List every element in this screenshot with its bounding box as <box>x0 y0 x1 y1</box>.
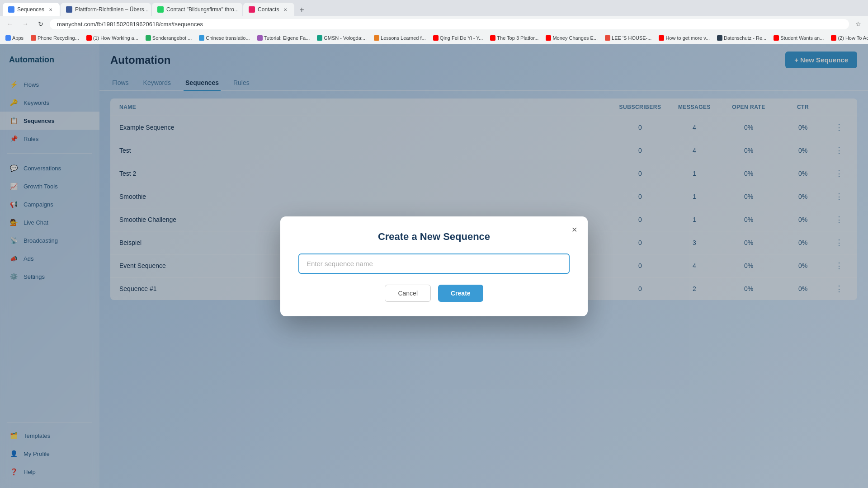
back-button[interactable]: ← <box>4 18 16 30</box>
bookmark-chinese[interactable]: Chinese translatio... <box>197 34 251 42</box>
bookmark-lee[interactable]: LEE 'S HOUSE-... <box>603 34 653 42</box>
bookmark-chinese-label: Chinese translatio... <box>206 35 250 41</box>
tab-close-contacts[interactable]: ✕ <box>282 6 289 13</box>
bookmark-lessons[interactable]: Lessons Learned f... <box>372 34 428 42</box>
contacts-favicon <box>249 6 255 13</box>
bookmark-lessons-label: Lessons Learned f... <box>381 35 426 41</box>
bookmark-tutorial-label: Tutorial: Eigene Fa... <box>264 35 310 41</box>
tab-label-contacts: Contacts <box>258 6 279 13</box>
tutorial-favicon <box>257 35 263 41</box>
bookmark-button[interactable]: ☆ <box>852 18 864 30</box>
tab-label-contact: Contact "Bildungsfirma" thro... <box>166 6 239 13</box>
tab-sequences[interactable]: Sequences ✕ <box>3 3 60 16</box>
datenschutz-favicon <box>717 35 722 41</box>
modal-close-button[interactable]: ✕ <box>568 224 580 236</box>
bookmark-tutorial[interactable]: Tutorial: Eigene Fa... <box>255 34 312 42</box>
nav-bar: ← → ↻ manychat.com/fb/19815020819620618/… <box>0 16 868 32</box>
bookmark-how-more[interactable]: How to get more v... <box>657 34 712 42</box>
student-favicon <box>774 35 779 41</box>
tab-contact[interactable]: Contact "Bildungsfirma" thro... ✕ <box>152 3 242 16</box>
bookmark-sonder-label: Sonderangebot:... <box>152 35 192 41</box>
modal-actions: Cancel Create <box>298 285 570 302</box>
create-button[interactable]: Create <box>438 285 483 302</box>
app-container: Automation ⚡ Flows 🔑 Keywords 📋 Sequence… <box>0 44 868 488</box>
bookmark-how-add-label: (2) How To Add ... <box>838 35 868 41</box>
bookmark-phone[interactable]: Phone Recycling... <box>29 34 81 42</box>
tab-label-plattform: Plattform-Richtlinien – Übers... <box>75 6 149 13</box>
chinese-favicon <box>199 35 204 41</box>
modal-overlay: Create a New Sequence ✕ Cancel Create <box>0 44 868 488</box>
tab-label-sequences: Sequences <box>17 6 44 13</box>
bookmark-money-label: Money Changes E... <box>552 35 598 41</box>
phone-favicon <box>31 35 36 41</box>
bookmark-money[interactable]: Money Changes E... <box>544 34 599 42</box>
how-more-favicon <box>659 35 664 41</box>
bookmark-how-working-label: (1) How Working a... <box>93 35 138 41</box>
bookmark-gmsn[interactable]: GMSN - Vologda:... <box>315 34 368 42</box>
how-working-favicon <box>86 35 92 41</box>
tab-close-contact[interactable]: ✕ <box>241 6 242 13</box>
gmsn-favicon <box>317 35 322 41</box>
sequence-name-input[interactable] <box>298 253 570 274</box>
reload-button[interactable]: ↻ <box>34 18 47 30</box>
create-sequence-modal: Create a New Sequence ✕ Cancel Create <box>280 216 588 316</box>
tabs-bar: Sequences ✕ Plattform-Richtlinien – Über… <box>0 0 868 16</box>
tab-close-sequences[interactable]: ✕ <box>47 6 54 13</box>
address-text: manychat.com/fb/19815020819620618/cms#se… <box>57 21 203 28</box>
address-bar[interactable]: manychat.com/fb/19815020819620618/cms#se… <box>50 19 849 29</box>
bookmark-student-label: Student Wants an... <box>780 35 824 41</box>
bookmark-qing[interactable]: Qing Fei De Yi - Y... <box>431 34 485 42</box>
bookmark-apps-label: Apps <box>12 35 24 41</box>
contact-favicon <box>157 6 164 13</box>
bookmark-how-more-label: How to get more v... <box>665 35 710 41</box>
bookmark-gmsn-label: GMSN - Vologda:... <box>324 35 367 41</box>
plattform-favicon <box>66 6 72 13</box>
how-add-favicon <box>831 35 836 41</box>
bookmark-sonder[interactable]: Sonderangebot:... <box>144 34 193 42</box>
sequences-favicon <box>8 6 14 13</box>
new-tab-button[interactable]: + <box>295 4 308 16</box>
qing-favicon <box>433 35 439 41</box>
bookmark-how-add[interactable]: (2) How To Add ... <box>829 34 868 42</box>
bookmark-phone-label: Phone Recycling... <box>38 35 79 41</box>
cancel-button[interactable]: Cancel <box>385 285 431 302</box>
browser-chrome: Sequences ✕ Plattform-Richtlinien – Über… <box>0 0 868 32</box>
top3-favicon <box>490 35 495 41</box>
apps-favicon <box>5 35 11 41</box>
bookmarks-bar: Apps Phone Recycling... (1) How Working … <box>0 32 868 44</box>
bookmark-qing-label: Qing Fei De Yi - Y... <box>440 35 483 41</box>
forward-button[interactable]: → <box>19 18 32 30</box>
lessons-favicon <box>374 35 379 41</box>
tab-plattform[interactable]: Plattform-Richtlinien – Übers... ✕ <box>61 3 151 16</box>
bookmark-lee-label: LEE 'S HOUSE-... <box>612 35 651 41</box>
sonder-favicon <box>146 35 151 41</box>
bookmark-apps[interactable]: Apps <box>4 34 25 42</box>
bookmark-datenschutz[interactable]: Datenschutz - Re... <box>715 34 768 42</box>
modal-title: Create a New Sequence <box>298 231 570 243</box>
bookmark-top3[interactable]: The Top 3 Platfor... <box>488 34 540 42</box>
bookmark-student[interactable]: Student Wants an... <box>772 34 826 42</box>
bookmark-top3-label: The Top 3 Platfor... <box>497 35 538 41</box>
bookmark-datenschutz-label: Datenschutz - Re... <box>724 35 766 41</box>
money-favicon <box>546 35 551 41</box>
lee-favicon <box>605 35 610 41</box>
bookmark-how-working[interactable]: (1) How Working a... <box>85 34 140 42</box>
tab-contacts[interactable]: Contacts ✕ <box>243 3 294 16</box>
